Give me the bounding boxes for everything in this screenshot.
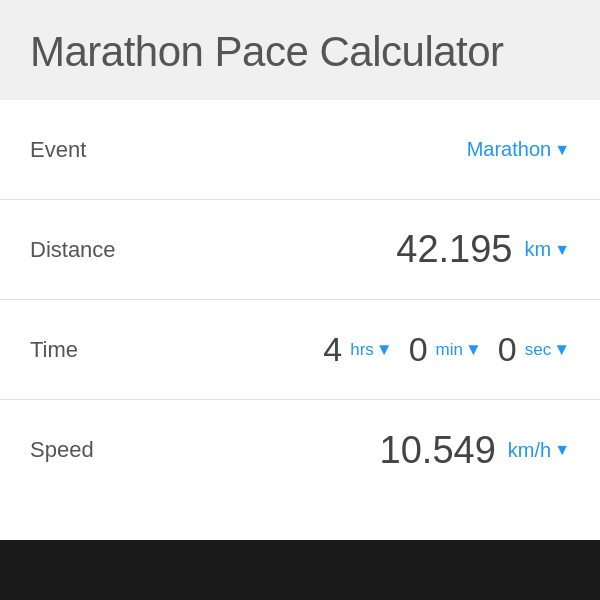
- speed-label: Speed: [30, 437, 140, 463]
- distance-row: Distance 42.195 km ▼: [0, 200, 600, 300]
- time-label: Time: [30, 337, 110, 363]
- event-row: Event Marathon ▼: [0, 100, 600, 200]
- event-label: Event: [30, 137, 140, 163]
- speed-unit-text: km/h: [508, 439, 551, 462]
- distance-label: Distance: [30, 237, 140, 263]
- speed-value-group: 10.549 km/h ▼: [140, 429, 570, 472]
- speed-dropdown-arrow: ▼: [554, 441, 570, 459]
- time-seconds-arrow: ▼: [553, 340, 570, 360]
- distance-value: 42.195: [396, 228, 512, 271]
- time-hours-arrow: ▼: [376, 340, 393, 360]
- time-minutes-dropdown[interactable]: min ▼: [436, 340, 482, 360]
- time-minutes-value: 0: [409, 330, 428, 369]
- time-hours-value: 4: [323, 330, 342, 369]
- speed-row: Speed 10.549 km/h ▼: [0, 400, 600, 500]
- event-value-group: Marathon ▼: [140, 138, 570, 161]
- event-value-text: Marathon: [467, 138, 552, 161]
- page-title: Marathon Pace Calculator: [30, 28, 570, 76]
- time-seconds-dropdown[interactable]: sec ▼: [525, 340, 570, 360]
- header: Marathon Pace Calculator: [0, 0, 600, 100]
- distance-unit-dropdown[interactable]: km ▼: [524, 238, 570, 261]
- distance-unit-text: km: [524, 238, 551, 261]
- event-dropdown-arrow: ▼: [554, 141, 570, 159]
- time-seconds-unit: sec: [525, 340, 551, 360]
- time-hours-unit: hrs: [350, 340, 374, 360]
- distance-dropdown-arrow: ▼: [554, 241, 570, 259]
- page-wrapper: Marathon Pace Calculator Event Marathon …: [0, 0, 600, 600]
- time-minutes-arrow: ▼: [465, 340, 482, 360]
- time-hours-dropdown[interactable]: hrs ▼: [350, 340, 392, 360]
- footer-bar: [0, 540, 600, 600]
- distance-value-group: 42.195 km ▼: [140, 228, 570, 271]
- event-dropdown[interactable]: Marathon ▼: [467, 138, 570, 161]
- calculator-body: Event Marathon ▼ Distance 42.195 km ▼ Ti…: [0, 100, 600, 540]
- speed-unit-dropdown[interactable]: km/h ▼: [508, 439, 570, 462]
- time-value-group: 4 hrs ▼ 0 min ▼ 0 sec ▼: [110, 330, 570, 369]
- time-minutes-unit: min: [436, 340, 463, 360]
- time-seconds-value: 0: [498, 330, 517, 369]
- time-row: Time 4 hrs ▼ 0 min ▼ 0 sec ▼: [0, 300, 600, 400]
- speed-value: 10.549: [380, 429, 496, 472]
